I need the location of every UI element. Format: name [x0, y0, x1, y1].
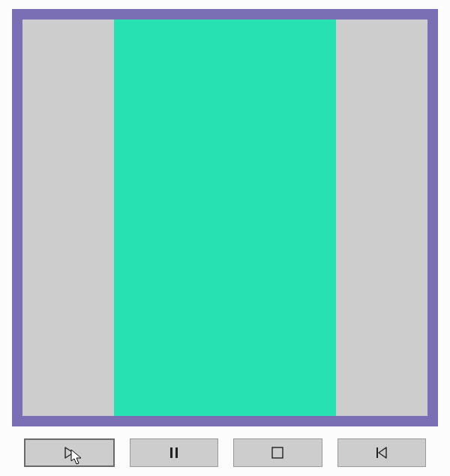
svg-rect-2 [176, 447, 178, 458]
svg-rect-4 [376, 447, 378, 458]
stop-icon [270, 445, 285, 460]
svg-marker-5 [379, 447, 386, 458]
restart-button[interactable] [338, 438, 427, 467]
playback-controls [24, 438, 426, 467]
svg-rect-3 [272, 447, 283, 458]
svg-rect-1 [170, 447, 172, 458]
stage [22, 20, 428, 416]
stop-button[interactable] [233, 438, 322, 467]
play-button[interactable] [24, 438, 115, 467]
svg-marker-0 [65, 447, 74, 458]
animated-block [114, 20, 336, 416]
restart-icon [374, 445, 389, 460]
play-icon [62, 445, 76, 460]
stage-frame [12, 9, 438, 426]
pause-button[interactable] [130, 438, 219, 467]
pause-icon [166, 445, 182, 460]
